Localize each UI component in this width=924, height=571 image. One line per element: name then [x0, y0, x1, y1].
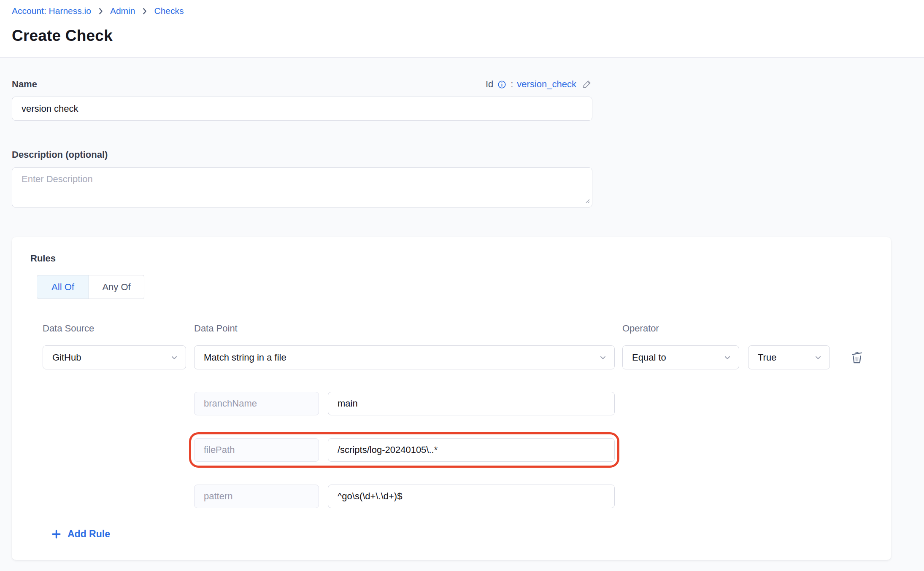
breadcrumb-admin-link[interactable]: Admin: [110, 6, 135, 16]
chevron-right-icon: [140, 7, 149, 16]
data-source-select[interactable]: GitHub: [43, 345, 186, 369]
name-label: Name: [12, 79, 37, 90]
id-label: Id: [486, 79, 493, 90]
add-rule-button[interactable]: Add Rule: [51, 528, 110, 540]
param-value-branchname-input[interactable]: [328, 392, 615, 415]
id-value[interactable]: version_check: [517, 79, 576, 90]
page-header: Account: Harness.io Admin Checks Create …: [0, 0, 924, 58]
add-rule-label: Add Rule: [68, 528, 110, 540]
info-icon[interactable]: [497, 80, 507, 89]
chevron-down-icon: [813, 353, 823, 362]
param-row-filepath: filePath: [194, 438, 615, 462]
plus-icon: [51, 528, 62, 540]
rules-card: Rules All Of Any Of Data Source Data Poi…: [12, 237, 891, 560]
any-of-toggle-button[interactable]: Any Of: [89, 275, 144, 299]
description-textarea[interactable]: [12, 167, 592, 207]
chevron-down-icon: [170, 353, 179, 362]
param-value-pattern-input[interactable]: [328, 485, 615, 508]
breadcrumb: Account: Harness.io Admin Checks: [12, 6, 912, 16]
delete-rule-button[interactable]: [848, 349, 865, 366]
chevron-right-icon: [96, 7, 105, 16]
create-check-page: Account: Harness.io Admin Checks Create …: [0, 0, 924, 571]
param-row-branchname: branchName: [194, 392, 615, 415]
rules-title: Rules: [30, 253, 873, 264]
id-separator: :: [511, 79, 513, 90]
data-point-column-label: Data Point: [194, 323, 615, 334]
rule-combine-toggle: All Of Any Of: [37, 275, 873, 299]
data-source-column-label: Data Source: [43, 323, 186, 334]
operator-column-label: Operator: [622, 323, 659, 334]
page-title: Create Check: [12, 27, 912, 45]
rule-row: Data Source Data Point Operator GitHub M…: [43, 323, 873, 508]
operator-select[interactable]: Equal to: [622, 345, 739, 369]
data-point-value: Match string in a file: [204, 352, 286, 363]
edit-pencil-icon[interactable]: [581, 79, 592, 90]
param-key-pattern: pattern: [194, 485, 319, 508]
operator-value-select[interactable]: True: [748, 345, 830, 369]
operator-value-value: True: [758, 352, 776, 363]
data-point-select[interactable]: Match string in a file: [194, 345, 615, 369]
id-row: Id : version_check: [486, 79, 592, 90]
name-input[interactable]: [12, 97, 592, 121]
form-area: Name Id : version_check: [0, 79, 924, 560]
param-value-filepath-input[interactable]: [328, 438, 615, 462]
chevron-down-icon: [598, 353, 608, 362]
chevron-down-icon: [723, 353, 732, 362]
trash-icon: [849, 350, 865, 365]
data-source-value: GitHub: [52, 352, 81, 363]
param-row-pattern: pattern: [194, 485, 615, 508]
breadcrumb-checks-link[interactable]: Checks: [154, 6, 184, 16]
param-key-branchname: branchName: [194, 392, 319, 415]
operator-value: Equal to: [632, 352, 666, 363]
breadcrumb-account-link[interactable]: Account: Harness.io: [12, 6, 91, 16]
all-of-toggle-button[interactable]: All Of: [37, 275, 89, 299]
param-key-filepath: filePath: [194, 438, 319, 462]
description-label: Description (optional): [12, 149, 912, 160]
